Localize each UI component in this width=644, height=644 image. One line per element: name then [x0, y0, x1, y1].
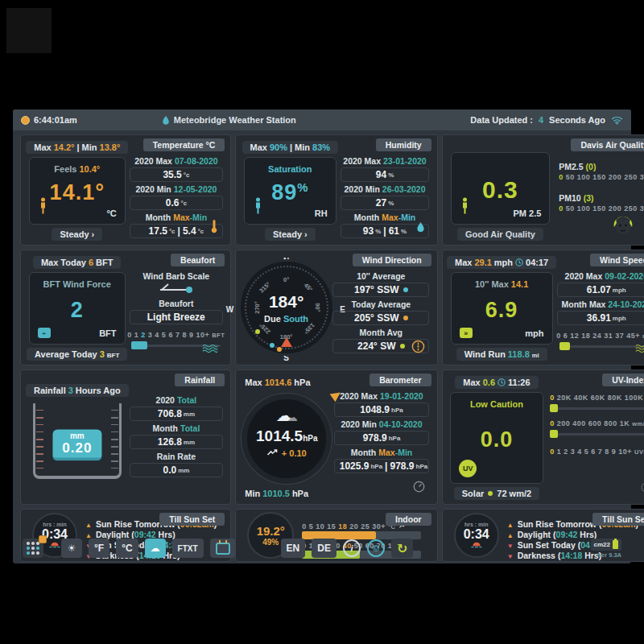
humidity-tab[interactable]: Humidity: [376, 138, 431, 151]
rain-2020-total: 2020Total 706.8mm: [130, 395, 223, 421]
saturation-label: Saturation: [268, 164, 312, 174]
copyright-icon: ©: [373, 543, 379, 553]
solar-scale-group: 0200 400 600 800 1Kwm/2: [550, 419, 644, 438]
beaufort-display: BFT Wind Force 2 ⌁ BFT: [29, 272, 126, 345]
beaufort-tab[interactable]: Beaufort: [171, 254, 225, 266]
person-icon: [460, 197, 470, 215]
wind-direction-panel: Wind Direction N E S W 0° 45° 90° 135° 1…: [235, 250, 437, 365]
sunset-right-tab[interactable]: Till Sun Set: [592, 513, 644, 526]
celsius-button[interactable]: °C: [116, 539, 138, 558]
beaufort-value: 2: [71, 298, 84, 323]
temperature-display: Feels10.4° 14.1° °C: [29, 157, 126, 225]
temperature-unit: °C: [106, 208, 116, 218]
updated-value: 4: [539, 115, 543, 125]
wind-pointer-icon: [281, 337, 292, 347]
apps-grid-button[interactable]: [23, 539, 43, 558]
temperature-panel: Temperature °C Max14.2°|Min13.8° Feels10…: [20, 134, 231, 246]
info-icon: i: [350, 543, 353, 553]
wifi-icon: [611, 115, 623, 125]
clock-icon: [497, 378, 506, 386]
ws-month-max: Month Max24-10-2020 36.91mph: [557, 299, 644, 325]
teal-dot-icon: [403, 287, 408, 292]
english-button[interactable]: EN: [281, 539, 306, 558]
baro-2020-max: 2020 Max19-01-2020 1048.9hPa: [334, 391, 430, 417]
indoor-tab[interactable]: Indoor: [386, 513, 431, 526]
temperature-value: 14.1°: [50, 180, 105, 205]
beaufort-name: Beaufort Light Breeze: [130, 299, 223, 324]
temperature-trend[interactable]: Steady›: [52, 228, 102, 241]
waves-icon: [635, 344, 644, 353]
face-icon: [613, 213, 634, 236]
air-quality-tab[interactable]: Davis Air Quality: [571, 138, 644, 151]
clock-icon: [21, 116, 30, 125]
temp-2020-max: 2020 Max07-08-2020 35.5°c: [130, 156, 223, 182]
calendar-button[interactable]: [210, 539, 236, 558]
temperature-maxmin: Max14.2°|Min13.8°: [26, 141, 128, 154]
person-icon: [38, 197, 48, 215]
app-title-area: Meteobridge Weather Station: [162, 115, 296, 126]
weather-station-window: 6:44:01am Meteobridge Weather Station Da…: [13, 109, 631, 564]
temp-2020-min: 2020 Min12-05-2020 0.6°c: [130, 184, 223, 210]
clock-area: 6:44:01am: [21, 115, 77, 125]
uv-value: 0.0: [481, 427, 514, 452]
wind-speed-display: 10'' Max14.1 6.9 » mph: [451, 272, 553, 345]
lock-icon: [39, 535, 47, 543]
german-button[interactable]: DE: [312, 539, 336, 558]
rainfall-panel: Rainfall Rainfall3Hours Ago mm 0.20 2020…: [20, 369, 231, 505]
wind-direction-tab[interactable]: Wind Direction: [353, 254, 431, 266]
current-time: 6:44:01am: [34, 115, 77, 125]
cloud-view-button[interactable]: ☁: [145, 539, 166, 558]
humidity-unit: RH: [315, 208, 328, 218]
ws-2020-max: 2020 Max09-02-2020 61.07mph: [557, 271, 644, 297]
beaufort-average-today: Average Today3BFT: [27, 348, 127, 361]
compass: N E S W 0° 45° 90° 135° 180° 225° 270° 3…: [225, 258, 348, 361]
pm10-scale-group: PM10(3) 050 100 150 200 250 300+: [559, 193, 644, 213]
info-button[interactable]: i: [343, 539, 361, 557]
compass-icon: [411, 340, 425, 353]
drop-icon: [162, 115, 170, 126]
refresh-button[interactable]: ↻: [391, 539, 413, 558]
humidity-display: Saturation 89% RH: [244, 157, 336, 225]
drop-icon: [416, 221, 425, 233]
app-title: Meteobridge Weather Station: [174, 115, 296, 125]
rainfall-tab[interactable]: Rainfall: [175, 374, 225, 386]
dashboard-grid: Temperature °C Max14.2°|Min13.8° Feels10…: [13, 130, 631, 533]
copyright-button[interactable]: ©: [367, 539, 385, 557]
fahrenheit-button[interactable]: °F: [89, 539, 109, 558]
sunset-left-tab[interactable]: Till Sun Set: [159, 513, 225, 526]
forecast-text-button[interactable]: FTXT: [172, 539, 204, 558]
hum-2020-min: 2020 Min26-03-2020 27%: [341, 184, 430, 210]
rain-gauge: mm 0.20: [33, 403, 122, 479]
brightness-button[interactable]: ☀: [61, 539, 82, 558]
air-quality-status: Good Air Quality: [457, 228, 543, 241]
speed-badge-icon: »: [460, 328, 473, 338]
humidity-panel: Humidity Max90%|Min83% Saturation 89% RH…: [235, 134, 437, 246]
barometer-gauge: ☁☁ 1014.5hPa + 0.10: [242, 392, 332, 484]
humidity-trend[interactable]: Steady›: [265, 228, 316, 241]
pm25-unit: PM 2.5: [513, 208, 541, 218]
wind-today-average: Today Average 205° SSW: [332, 299, 429, 325]
wind-barb-badge-icon: ⌁: [38, 328, 51, 338]
solar-reading: Solar72 wm/2: [454, 487, 539, 500]
compass-west: W: [226, 305, 233, 314]
sun-icon: ☀: [68, 543, 76, 554]
bottom-toolbar: ☀ °F °C ☁ FTXT EN DE i © ↻ cm22 Ver 9.3A: [13, 533, 631, 564]
lux-scale-group: 020K 40K 60K 80K 100KLux: [550, 394, 644, 412]
barometer-tab[interactable]: Barometer: [369, 374, 431, 386]
uv-index-tab[interactable]: UV-Index: [602, 374, 644, 386]
wind-barb-scale: Wind Barb Scale: [130, 271, 223, 296]
thermometer-icon: [210, 219, 218, 233]
waves-icon: [202, 344, 218, 353]
rain-rate: Rain Rate 0.0mm: [130, 452, 223, 477]
uv-max: Max0.611:26: [455, 376, 538, 389]
wind-10min-average: 10'' Average 197° SSW: [332, 271, 429, 297]
uv-index-panel: UV-Index Max0.611:26 Low Caution 0.0 UV …: [442, 369, 644, 505]
barometer-panel: Barometer Max1014.6hPa ☁☁ 1014.5hPa + 0.…: [235, 369, 437, 505]
chevron-right-icon: ›: [304, 229, 308, 239]
uv-badge-icon: UV: [459, 460, 477, 477]
wind-speed-tab[interactable]: Wind Speed: [590, 254, 644, 266]
orange-dot-icon: [403, 316, 408, 320]
rain-amount-badge: mm 0.20: [52, 430, 101, 461]
temperature-tab[interactable]: Temperature °C: [143, 138, 225, 151]
version-label: Ver 9.3A: [597, 551, 621, 559]
